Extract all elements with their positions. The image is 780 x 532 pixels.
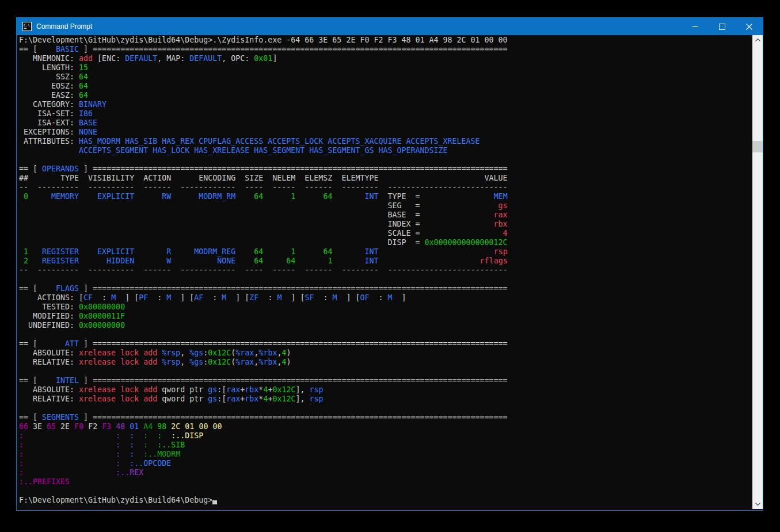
console-line: -- --------- ---------- ------ ---------… bbox=[19, 183, 751, 192]
console-text-segment: F0 bbox=[74, 422, 83, 431]
scrollbar-up-arrow[interactable] bbox=[752, 35, 763, 45]
console-text-segment: : bbox=[130, 450, 134, 458]
console-text-segment: : bbox=[19, 468, 24, 477]
title-bar[interactable]: C:\ Command Prompt bbox=[17, 18, 763, 35]
vertical-scrollbar[interactable] bbox=[752, 35, 763, 509]
console-line: ABSOLUTE: xrelease lock add qword ptr gs… bbox=[19, 385, 751, 395]
text-cursor bbox=[212, 500, 217, 504]
console-text-segment: : bbox=[116, 441, 120, 449]
console-text-segment: gs bbox=[499, 201, 508, 210]
console-text-segment: gs bbox=[208, 395, 217, 403]
console-text-segment: rflags bbox=[480, 257, 508, 265]
console-text-segment: F3 bbox=[102, 422, 111, 431]
scrollbar-thumb[interactable] bbox=[752, 141, 763, 152]
console-text-segment: add bbox=[79, 54, 93, 63]
console-text-segment bbox=[120, 431, 130, 440]
console-text-segment: M bbox=[333, 293, 337, 302]
console-line: EXCEPTIONS: NONE bbox=[19, 128, 751, 137]
console-text-segment bbox=[19, 238, 387, 247]
console-text-segment: SEG = bbox=[387, 201, 420, 210]
console-line: MNEMONIC: add [ENC: DEFAULT, MAP: DEFAUL… bbox=[19, 54, 751, 63]
console-text-segment: %rbx bbox=[258, 349, 277, 357]
console-text-segment: 64 bbox=[263, 257, 295, 265]
command-prompt-window: C:\ Command Prompt F:\Development\GitHub… bbox=[16, 17, 763, 511]
console-text-segment: OPERANDS bbox=[42, 164, 79, 173]
console-text-segment: %gs bbox=[189, 358, 203, 366]
console-text-segment bbox=[420, 210, 493, 219]
minimize-button[interactable] bbox=[682, 18, 709, 35]
console-text-segment: qword ptr bbox=[162, 385, 208, 394]
console-text-segment: MODRM_RM bbox=[171, 192, 235, 201]
console-line: ABSOLUTE: xrelease lock add %rsp, %gs:0x… bbox=[19, 349, 751, 358]
console-text-segment: ] bbox=[272, 54, 277, 63]
console-text-segment: ## TYPE VISIBILITY ACTION ENCODING SIZE … bbox=[19, 174, 508, 182]
console-text-segment: [ENC: bbox=[93, 54, 125, 63]
console-text-segment: NONE bbox=[171, 257, 235, 265]
console-text-segment: SSZ: bbox=[19, 72, 79, 81]
console-text-segment: EXCEPTIONS: bbox=[19, 128, 79, 136]
console-text-segment bbox=[19, 210, 387, 219]
console-line: F:\Development\GitHub\zydis\Build64\Debu… bbox=[19, 496, 751, 505]
console-text-segment: gs bbox=[208, 385, 217, 394]
console-text-segment: ] [ bbox=[171, 293, 194, 302]
console-text-segment: F2 bbox=[88, 422, 97, 431]
console-line: == [ ATT ] =============================… bbox=[19, 339, 751, 349]
console-text-segment: : bbox=[116, 431, 120, 440]
svg-text:C:\: C:\ bbox=[24, 23, 30, 27]
console-line: TESTED: 0x00000000 bbox=[19, 303, 751, 312]
console-text-segment: ] [ bbox=[337, 293, 360, 302]
console-text-segment: ] bbox=[393, 293, 406, 302]
console-text-segment: ATT bbox=[42, 339, 79, 348]
console-line: : : : : :..SIB bbox=[19, 441, 751, 450]
console-text-segment: 1 bbox=[263, 192, 295, 201]
maximize-icon bbox=[719, 24, 725, 30]
console-text-segment: , MAP: bbox=[157, 54, 189, 63]
console-text-segment: MODRM_REG bbox=[171, 247, 235, 256]
close-icon bbox=[746, 24, 752, 30]
console-text-segment: : bbox=[116, 459, 120, 468]
console-text-segment: EASZ: bbox=[19, 91, 79, 99]
scrollbar-down-arrow[interactable] bbox=[752, 499, 763, 509]
console-text-segment: 1 bbox=[19, 247, 28, 256]
console-text-segment: 0x12C bbox=[272, 385, 295, 394]
console-line bbox=[19, 367, 751, 376]
console-line bbox=[19, 404, 751, 413]
console-text-segment bbox=[24, 459, 116, 468]
maximize-button[interactable] bbox=[709, 18, 736, 35]
console-line: UNDEFINED: 0x00000000 bbox=[19, 321, 751, 330]
console-text-segment: : bbox=[19, 459, 24, 468]
console-text-segment: : bbox=[19, 431, 24, 440]
console-line: == [ SEGMENTS ] ========================… bbox=[19, 413, 751, 422]
console-text-segment bbox=[420, 229, 503, 238]
console-text-segment: : bbox=[143, 441, 148, 449]
console-text-segment: ] [ bbox=[281, 293, 305, 302]
console-text-segment: 64 bbox=[295, 192, 332, 201]
console-text-segment: INT bbox=[332, 257, 378, 265]
console-text-segment: ) bbox=[286, 349, 291, 357]
console-text-segment: ] [ bbox=[116, 293, 139, 302]
console-text-segment: SEGMENTS bbox=[42, 413, 79, 422]
console-text-segment bbox=[162, 431, 171, 440]
console-text-segment bbox=[56, 422, 60, 431]
close-button[interactable] bbox=[736, 18, 763, 35]
console-text-segment: rsp bbox=[309, 395, 323, 403]
console-text-segment: 64 bbox=[235, 257, 263, 265]
console-text-segment: == [ bbox=[19, 164, 42, 173]
console-output[interactable]: F:\Development\GitHub\zydis\Build64\Debu… bbox=[17, 35, 751, 509]
console-text-segment bbox=[420, 201, 498, 210]
cmd-icon: C:\ bbox=[22, 22, 32, 31]
console-text-segment: -- --------- ---------- ------ ---------… bbox=[19, 266, 508, 274]
window-title: Command Prompt bbox=[36, 22, 92, 30]
console-line: MODIFIED: 0x0000011F bbox=[19, 312, 751, 321]
console-text-segment: :..DISP bbox=[171, 431, 203, 440]
console-text-segment bbox=[134, 441, 143, 449]
console-text-segment: == [ bbox=[19, 339, 42, 348]
console-text-segment: :..SIB bbox=[157, 441, 185, 449]
console-text-segment: ] bbox=[79, 413, 93, 422]
console-text-segment: xrelease lock add bbox=[79, 395, 162, 403]
console-text-segment: INTEL bbox=[42, 376, 79, 385]
console-text-segment: ========================================… bbox=[93, 413, 508, 422]
console-text-segment: rsp bbox=[309, 385, 323, 394]
console-line: ACCEPTS_SEGMENT HAS_LOCK HAS_XRELEASE HA… bbox=[19, 146, 751, 155]
console-text-segment: ========================================… bbox=[93, 45, 508, 53]
